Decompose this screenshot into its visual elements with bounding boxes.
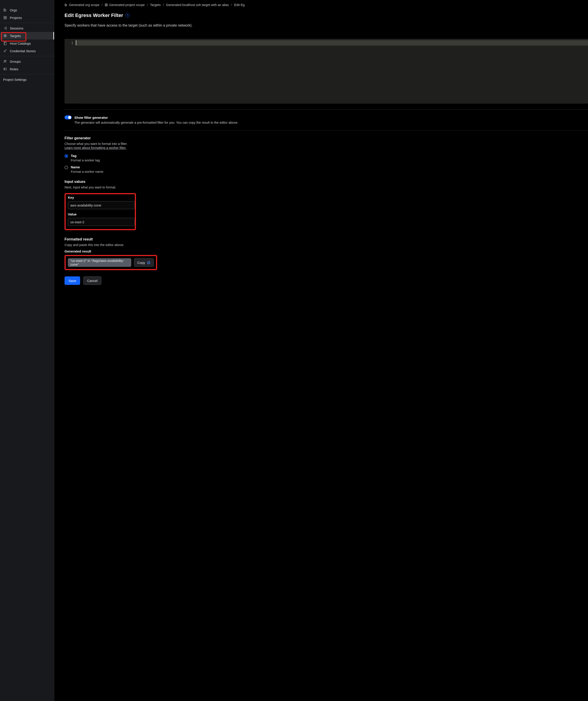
svg-rect-13	[4, 42, 6, 45]
key-label: Key	[68, 196, 132, 199]
grid-icon	[3, 16, 7, 20]
copy-button-label: Copy	[137, 261, 145, 265]
sidebar-item-targets[interactable]: Targets	[0, 32, 54, 39]
svg-rect-19	[65, 4, 66, 6]
page-subtitle: Specify workers that have access to the …	[64, 23, 588, 28]
sidebar-item-roles[interactable]: Roles	[0, 65, 54, 73]
breadcrumb-target-name[interactable]: Generated localhost ssh target with an a…	[166, 3, 229, 7]
breadcrumb-sep: /	[101, 3, 102, 7]
sidebar-item-label: Targets	[10, 34, 21, 38]
highlight-box-result: "us-east-2" in "/tags/aws-availability-z…	[64, 255, 157, 270]
svg-rect-6	[4, 18, 5, 19]
breadcrumb-current: Edit Eg	[234, 3, 245, 7]
svg-rect-22	[106, 4, 107, 5]
sidebar-item-label: Roles	[10, 67, 18, 71]
svg-rect-17	[4, 68, 6, 70]
sidebar-item-label: Project Settings	[3, 78, 27, 81]
input-values-desc: Next, input what you want to format.	[64, 186, 588, 189]
breadcrumb-label: Generated project scope	[109, 3, 144, 7]
svg-point-15	[4, 60, 5, 61]
generated-result-output[interactable]: "us-east-2" in "/tags/aws-availability-z…	[68, 258, 131, 267]
key-input[interactable]	[68, 201, 135, 209]
sidebar-item-label: Sessions	[10, 26, 23, 30]
divider	[64, 130, 588, 131]
learn-more-link[interactable]: Learn more about formatting a worker fil…	[64, 146, 126, 150]
sidebar-item-label: Credential Stores	[10, 49, 36, 53]
generated-result-text: "us-east-2" in "/tags/aws-availability-z…	[70, 259, 129, 266]
svg-point-18	[4, 68, 5, 69]
sidebar-item-host-catalogs[interactable]: Host Catalogs	[0, 39, 54, 47]
breadcrumb-label: Edit Eg	[234, 3, 245, 7]
breadcrumb-sep: /	[231, 3, 232, 7]
input-values-heading: Input values	[64, 180, 588, 184]
toggle-label: Show filter generator	[74, 115, 108, 120]
check-icon: ✓	[65, 115, 67, 119]
target-icon	[3, 34, 7, 38]
svg-rect-24	[106, 5, 107, 6]
breadcrumb-targets[interactable]: Targets	[150, 3, 161, 7]
svg-rect-4	[4, 16, 5, 17]
generated-result-label: Generated result	[64, 249, 588, 253]
svg-point-16	[5, 60, 6, 61]
svg-rect-1	[5, 9, 6, 11]
filter-code-editor[interactable]: 1	[64, 39, 588, 103]
svg-rect-5	[5, 16, 6, 17]
sidebar-item-label: Projects	[10, 16, 22, 20]
radio-label: Tag	[71, 154, 100, 158]
svg-rect-23	[105, 5, 106, 6]
radio-label: Name	[71, 165, 103, 169]
editor-active-line	[75, 40, 588, 45]
editor-cursor	[76, 40, 76, 45]
editor-gutter: 1	[64, 39, 75, 103]
help-icon[interactable]: ?	[125, 13, 130, 18]
save-button[interactable]: Save	[64, 276, 80, 285]
filter-type-radio-group: Tag Format a worker tag Name Format a wo…	[64, 154, 588, 174]
breadcrumb-label: Targets	[150, 3, 161, 7]
breadcrumb: Generated org scope / Generated project …	[64, 3, 588, 7]
filter-generator-desc: Choose what you want to format into a fi…	[64, 142, 588, 146]
breadcrumb-label: Generated org scope	[69, 3, 99, 7]
value-input[interactable]	[68, 218, 135, 226]
copy-button[interactable]: Copy	[134, 258, 154, 267]
editor-area[interactable]	[75, 39, 588, 103]
radio-name[interactable]	[64, 166, 68, 169]
org-icon	[64, 3, 68, 6]
svg-rect-7	[5, 18, 6, 19]
show-filter-generator-toggle[interactable]: ✓	[64, 115, 72, 120]
breadcrumb-sep: /	[163, 3, 164, 7]
breadcrumb-org[interactable]: Generated org scope	[64, 3, 99, 7]
sidebar-item-label: Groups	[10, 60, 21, 63]
org-icon	[3, 8, 7, 12]
sidebar-item-sessions[interactable]: Sessions	[0, 24, 54, 32]
enter-icon	[3, 26, 7, 30]
sidebar-item-groups[interactable]: Groups	[0, 58, 54, 65]
sidebar-item-projects[interactable]: Projects	[0, 14, 54, 21]
toggle-knob	[68, 116, 71, 119]
highlight-box-inputs: Key Value	[64, 193, 136, 230]
breadcrumb-sep: /	[147, 3, 148, 7]
key-icon	[3, 49, 7, 53]
grid-icon	[105, 3, 108, 6]
svg-rect-25	[148, 261, 150, 264]
svg-rect-20	[66, 4, 67, 6]
sidebar-item-credential-stores[interactable]: Credential Stores	[0, 47, 54, 55]
line-number: 1	[64, 41, 73, 45]
radio-tag[interactable]	[64, 154, 68, 158]
catalog-icon	[3, 41, 7, 45]
main-content: Generated org scope / Generated project …	[54, 0, 588, 701]
sidebar-item-orgs[interactable]: Orgs	[0, 6, 54, 14]
formatted-result-heading: Formatted result	[64, 237, 588, 241]
cancel-button[interactable]: Cancel	[83, 276, 101, 285]
toggle-description: The generator will automatically generat…	[74, 121, 588, 125]
sidebar-item-project-settings[interactable]: Project Settings	[0, 76, 54, 83]
value-label: Value	[68, 212, 132, 216]
sidebar: Orgs Projects Sessions Targets	[0, 0, 54, 701]
breadcrumb-project[interactable]: Generated project scope	[105, 3, 144, 7]
breadcrumb-label: Generated localhost ssh target with an a…	[166, 3, 229, 7]
radio-desc: Format a worker tag	[71, 159, 100, 162]
sidebar-item-label: Host Catalogs	[10, 41, 31, 45]
radio-desc: Format a worker name	[71, 170, 103, 174]
id-icon	[3, 67, 7, 71]
formatted-result-desc: Copy and paste this into the editor abov…	[64, 243, 588, 247]
clipboard-icon	[147, 261, 151, 264]
